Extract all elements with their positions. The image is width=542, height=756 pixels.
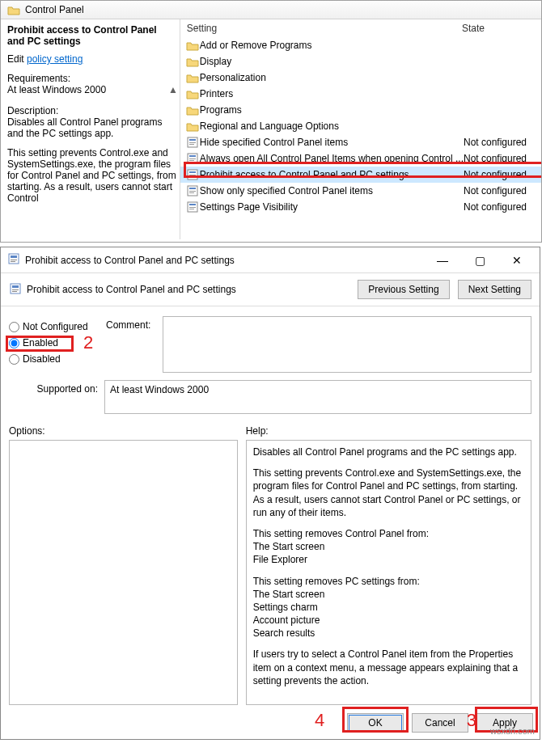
watermark: wsxdn.com (490, 726, 535, 736)
radio-disabled-input[interactable] (9, 354, 19, 365)
folder-icon (185, 40, 200, 51)
comment-textarea[interactable] (163, 316, 531, 373)
svg-rect-14 (189, 191, 196, 192)
state-radio-group: Not Configured Enabled Disabled 2 (9, 316, 98, 370)
setting-name: Printers (200, 87, 464, 101)
cancel-button[interactable]: Cancel (412, 713, 468, 733)
details-title: Prohibit access to Control Panel and PC … (7, 24, 176, 47)
options-label: Options: (9, 425, 238, 437)
gpe-header: Control Panel (1, 1, 541, 19)
folder-row[interactable]: Printers (180, 86, 541, 102)
col-setting[interactable]: Setting (187, 23, 462, 34)
help-paragraph: This setting prevents Control.exe and Sy… (253, 467, 524, 519)
folder-icon (185, 57, 200, 67)
edit-policy-line: Edit policy setting (7, 53, 176, 65)
setting-state: Not configured (464, 167, 536, 182)
svg-rect-1 (189, 139, 196, 141)
svg-rect-3 (189, 144, 194, 145)
previous-setting-button[interactable]: Previous Setting (358, 280, 449, 299)
setting-name: Hide specified Control Panel items (200, 135, 464, 150)
edit-policy-link[interactable]: policy setting (27, 53, 83, 65)
close-button[interactable]: ✕ (506, 254, 528, 267)
help-paragraph: This setting removes PC settings from:Th… (253, 575, 524, 640)
gpe-header-title: Control Panel (25, 4, 84, 15)
col-state[interactable]: State (462, 23, 535, 34)
gpe-settings-list: Setting State Add or Remove ProgramsDisp… (180, 19, 541, 239)
radio-not-configured-input[interactable] (9, 322, 19, 332)
setting-name: Regional and Language Options (200, 119, 464, 133)
folder-row[interactable]: Add or Remove Programs (180, 37, 541, 53)
policy-icon (185, 169, 200, 180)
next-setting-button[interactable]: Next Setting (458, 280, 531, 299)
folder-row[interactable]: Programs (180, 102, 541, 118)
options-box (9, 440, 238, 705)
setting-state: Not configured (464, 135, 536, 150)
svg-rect-13 (189, 188, 196, 189)
policy-row[interactable]: Prohibit access to Control Panel and PC … (180, 167, 541, 183)
description-text: Disables all Control Panel programs and … (7, 116, 176, 139)
policy-icon (185, 185, 200, 196)
policy-properties-dialog: Prohibit access to Control Panel and PC … (0, 247, 540, 740)
description-label: Description: (7, 105, 176, 116)
svg-rect-24 (11, 284, 20, 294)
setting-state: Not configured (464, 184, 536, 198)
policy-row[interactable]: Settings Page VisibilityNot configured (180, 199, 541, 215)
supported-on-value: At least Windows 2000 (104, 380, 531, 414)
svg-rect-18 (189, 207, 196, 208)
policy-row[interactable]: Hide specified Control Panel itemsNot co… (180, 134, 541, 150)
svg-rect-23 (11, 261, 15, 262)
setting-state: Not configured (464, 151, 536, 166)
group-policy-editor-window: Control Panel Prohibit access to Control… (0, 0, 542, 243)
radio-not-configured[interactable]: Not Configured (9, 321, 98, 332)
requirements-label: Requirements: (7, 73, 176, 84)
svg-rect-27 (12, 291, 17, 292)
radio-disabled[interactable]: Disabled (9, 353, 98, 365)
svg-rect-17 (189, 204, 196, 205)
help-paragraph: This setting removes Control Panel from:… (253, 527, 524, 567)
policy-icon (7, 252, 20, 268)
policy-icon (185, 137, 200, 148)
policy-row[interactable]: Always open All Control Panel Items when… (180, 150, 541, 167)
svg-rect-20 (9, 254, 19, 264)
svg-rect-26 (12, 289, 19, 290)
supported-on-label: Supported on: (9, 380, 98, 395)
folder-row[interactable]: Regional and Language Options (180, 118, 541, 134)
svg-rect-7 (189, 160, 194, 161)
help-paragraph: Disables all Control Panel programs and … (253, 446, 524, 458)
setting-name: Display (200, 54, 464, 69)
radio-enabled-input[interactable] (9, 338, 19, 348)
help-label: Help: (246, 425, 531, 437)
dialog-titlebar: Prohibit access to Control Panel and PC … (1, 247, 540, 272)
folder-icon (7, 5, 20, 15)
folder-icon (185, 89, 200, 99)
setting-name: Prohibit access to Control Panel and PC … (200, 167, 464, 182)
folder-icon (185, 73, 200, 83)
folder-row[interactable]: Personalization (180, 70, 541, 86)
radio-enabled[interactable]: Enabled (9, 337, 98, 348)
minimize-button[interactable]: — (431, 254, 454, 267)
folder-icon (185, 121, 200, 132)
policy-icon (185, 201, 200, 213)
setting-name: Add or Remove Programs (200, 38, 464, 53)
comment-label: Comment: (106, 316, 155, 331)
maximize-button[interactable]: ▢ (468, 254, 491, 267)
folder-row[interactable]: Display (180, 53, 541, 70)
policy-icon (185, 153, 200, 164)
folder-icon (185, 105, 200, 116)
svg-rect-15 (189, 192, 194, 193)
policy-icon (9, 282, 22, 298)
svg-rect-5 (189, 155, 196, 157)
ok-button[interactable]: OK (347, 713, 404, 733)
policy-row[interactable]: Show only specified Control Panel itemsN… (180, 183, 541, 199)
help-box[interactable]: Disables all Control Panel programs and … (246, 440, 531, 705)
svg-rect-11 (189, 176, 194, 177)
svg-rect-19 (189, 209, 194, 209)
setting-name: Settings Page Visibility (200, 200, 464, 214)
annotation-4: 4 (315, 710, 324, 731)
dialog-subtitle: Prohibit access to Control Panel and PC … (27, 284, 236, 295)
setting-name: Programs (200, 103, 464, 117)
requirements-value: At least Windows 2000 (7, 84, 176, 95)
scroll-up-icon[interactable]: ▲ (168, 84, 178, 95)
dialog-button-row: 4 OK Cancel 3 Apply (1, 705, 540, 739)
setting-name: Personalization (200, 70, 464, 85)
